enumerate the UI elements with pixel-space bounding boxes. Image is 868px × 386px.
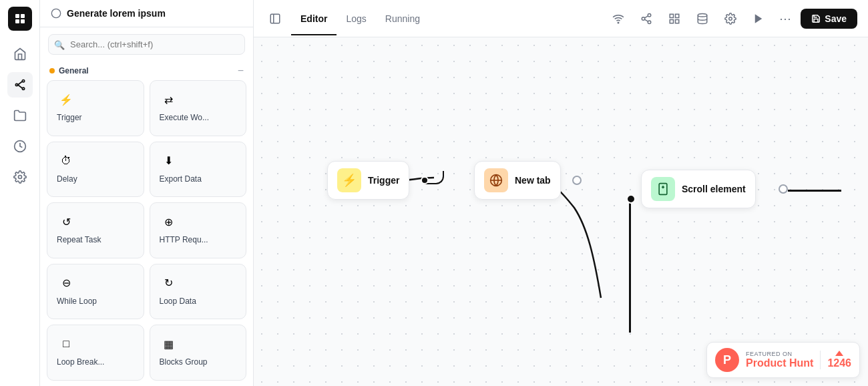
block-while-loop[interactable]: ⊖ While Loop (47, 264, 144, 320)
svg-rect-1 (21, 14, 25, 18)
product-hunt-brand: Product Hunt (746, 357, 813, 369)
svg-point-14 (618, 22, 620, 23)
block-loop-data[interactable]: ↻ Loop Data (150, 264, 247, 320)
workflow-canvas[interactable]: ⚡ Trigger New tab Scroll element (254, 37, 868, 386)
block-repeat-task[interactable]: ↺ Repeat Task (47, 202, 144, 258)
nav-home[interactable] (7, 41, 33, 67)
grid-icon-button[interactable] (663, 7, 686, 30)
trigger-node-label: Trigger (368, 175, 399, 186)
upvote-triangle-icon (835, 351, 843, 356)
search-container: 🔍 (48, 34, 245, 55)
repeat-task-icon: ↺ (57, 212, 75, 231)
topbar-tabs: Editor Logs Running (291, 9, 429, 28)
svg-line-8 (17, 85, 22, 88)
trigger-block-label: Trigger (57, 113, 137, 122)
svg-point-17 (648, 21, 652, 24)
share-icon-button[interactable] (635, 7, 658, 30)
nav-workflow[interactable] (7, 72, 33, 98)
blocks-grid: ⚡ Trigger ⇄ Execute Wo... ⏱ Delay ⬇ Expo… (40, 80, 253, 386)
topbar: Editor Logs Running ⋯ (254, 0, 868, 37)
sidebar-workflow-title: Generate lorem ipsum (67, 8, 166, 19)
product-hunt-count: 1246 (820, 351, 851, 369)
svg-rect-22 (670, 19, 674, 23)
trigger-node[interactable]: ⚡ Trigger (327, 161, 409, 200)
section-collapse-button[interactable]: − (238, 65, 244, 76)
product-hunt-badge[interactable]: P FEATURED ON Product Hunt 1246 (706, 342, 860, 378)
trigger-node-icon: ⚡ (337, 168, 361, 192)
svg-point-4 (15, 83, 17, 85)
block-http-request[interactable]: ⊕ HTTP Requ... (150, 202, 247, 258)
svg-rect-29 (659, 184, 667, 195)
export-data-label: Export Data (160, 174, 240, 184)
svg-point-24 (698, 13, 708, 17)
scroll-element-output-connector[interactable] (779, 184, 788, 194)
section-header-general: General − (40, 61, 253, 80)
more-options-button[interactable]: ⋯ (775, 9, 795, 29)
product-hunt-logo: P (715, 348, 739, 372)
sidebar-toggle-button[interactable] (264, 8, 286, 29)
svg-point-5 (22, 80, 24, 82)
http-request-label: HTTP Requ... (160, 235, 240, 244)
tab-logs[interactable]: Logs (337, 9, 375, 28)
canvas-connections-svg (254, 37, 868, 386)
left-navigation (0, 0, 40, 386)
block-loop-break[interactable]: □ Loop Break... (47, 325, 144, 381)
svg-rect-12 (270, 14, 280, 23)
tab-editor[interactable]: Editor (291, 9, 337, 28)
tab-running[interactable]: Running (376, 9, 429, 28)
topbar-right: ⋯ Save (607, 7, 857, 30)
svg-marker-26 (755, 14, 763, 23)
sidebar-panel: Generate lorem ipsum 🔍 General − ⚡ Trigg… (40, 0, 254, 386)
nav-history[interactable] (7, 134, 33, 159)
new-tab-node-icon (484, 168, 508, 192)
svg-rect-2 (15, 19, 19, 23)
block-blocks-group[interactable]: ▦ Blocks Group (150, 325, 247, 381)
nav-settings[interactable] (7, 164, 33, 190)
broadcast-icon-button[interactable] (607, 7, 630, 30)
product-hunt-featured-label: FEATURED ON (746, 351, 813, 357)
block-execute-workflow[interactable]: ⇄ Execute Wo... (150, 80, 247, 136)
run-button[interactable] (747, 7, 770, 30)
svg-point-15 (648, 13, 652, 17)
svg-point-10 (18, 176, 21, 179)
scroll-element-node[interactable]: Scroll element (641, 170, 756, 208)
svg-line-19 (645, 15, 648, 17)
svg-rect-20 (670, 14, 674, 17)
database-icon-button[interactable] (691, 7, 714, 30)
app-logo[interactable] (8, 7, 32, 31)
main-area: Editor Logs Running ⋯ (254, 0, 868, 386)
nav-files[interactable] (7, 103, 33, 128)
loop-break-icon: □ (57, 335, 75, 353)
svg-point-6 (22, 87, 24, 89)
new-tab-output-connector[interactable] (572, 176, 582, 185)
section-general-label: General (49, 66, 89, 75)
block-delay[interactable]: ⏱ Delay (47, 142, 144, 198)
svg-point-25 (729, 17, 732, 20)
search-icon: 🔍 (54, 39, 65, 49)
block-trigger[interactable]: ⚡ Trigger (47, 80, 144, 136)
new-tab-node[interactable]: New tab (474, 161, 561, 200)
delay-block-label: Delay (57, 174, 137, 184)
blocks-group-icon: ▦ (160, 335, 178, 353)
block-export-data[interactable]: ⬇ Export Data (150, 142, 247, 198)
svg-line-7 (17, 81, 22, 85)
while-loop-label: While Loop (57, 297, 137, 306)
trigger-output-connector[interactable] (421, 176, 429, 184)
new-tab-node-label: New tab (515, 175, 551, 186)
repeat-task-label: Repeat Task (57, 235, 137, 244)
svg-point-11 (51, 9, 60, 17)
svg-line-18 (645, 19, 648, 21)
save-button[interactable]: Save (801, 9, 857, 29)
loop-data-label: Loop Data (160, 297, 240, 306)
section-dot (49, 68, 55, 73)
svg-rect-0 (15, 14, 19, 18)
svg-rect-21 (676, 14, 679, 17)
scroll-element-label: Scroll element (682, 184, 746, 194)
settings-icon-button[interactable] (719, 7, 742, 30)
export-data-icon: ⬇ (160, 152, 178, 170)
search-input[interactable] (48, 34, 245, 55)
svg-point-16 (642, 17, 646, 20)
http-request-icon: ⊕ (160, 212, 178, 231)
blocks-group-label: Blocks Group (160, 357, 240, 367)
junction-dot (626, 194, 636, 204)
